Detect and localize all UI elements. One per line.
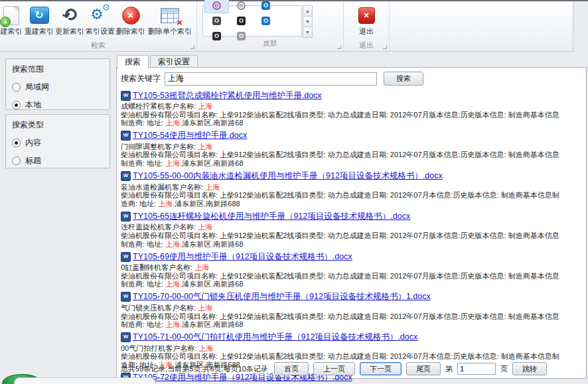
result-description-line: 装油水道检漏机客户名称: 上海	[121, 183, 583, 192]
search-result-item: WTY105-53摇臂总成螺栓拧紧机使用与维护手册.docx成螺栓拧紧机客户名称…	[121, 90, 583, 127]
jump-button[interactable]: 跳转	[512, 362, 547, 375]
next-page-button[interactable]: 下一页	[360, 362, 402, 375]
result-description-line: 00气门拍打机客户名称: 上海	[121, 344, 583, 353]
radio-content[interactable]: 内容	[12, 137, 104, 149]
prev-page-button[interactable]: 上一页	[313, 362, 355, 375]
pagination-bar: 总共59条记录,当前第5页,共6页,每页10条记录 首页 上一页 下一页 尾页 …	[121, 362, 547, 375]
search-type-title: 搜索类型	[12, 119, 104, 131]
search-result-item: WTY105-70-00-00气门锁夹压机使用与维护手册（912项目设备技术规格…	[121, 292, 583, 329]
search-row: 搜索关键字 搜索	[121, 72, 583, 86]
result-link[interactable]: TY105-65连杆螺栓旋松机使用与维护手册（912项目设备技术规格书）.doc…	[133, 211, 410, 222]
taskbar-white-shape	[14, 377, 156, 384]
skin-blue-office[interactable]: O	[254, 13, 278, 29]
result-description-line: 柴油机股份有限公司项目名称: 上柴912柴油机装配2线项目类型: 动力总成建造日…	[121, 312, 583, 321]
tab-index-settings[interactable]: 索引设置	[150, 55, 198, 68]
skin-gallery-box: DDOOOOOO	[202, 5, 302, 36]
keyword-highlight: 上海	[165, 320, 180, 328]
group-label-index: 检索	[1, 40, 195, 51]
keyword-highlight: 上海	[165, 159, 180, 167]
index-buttons: + 建索引 ↻ 重建索引 ⟲ 更新索引 ⚙⚙ 索引设置 × 删除索引	[1, 2, 195, 40]
sidebar: 搜索范围 局域网 本地 搜索类型 内容 标题	[5, 58, 110, 172]
rebuild-index-button[interactable]: ↻ 重建索引	[24, 2, 54, 36]
search-input[interactable]	[165, 72, 377, 86]
skin-thumbnail-icon: O	[237, 17, 246, 25]
index-settings-button[interactable]: ⚙⚙ 索引设置	[85, 2, 115, 36]
result-description-line: 柴油机股份有限公司项目名称: 上柴912柴油机装配2线项目类型: 动力总成建造日…	[121, 111, 583, 119]
update-index-button[interactable]: ⟲ 更新索引	[54, 2, 85, 36]
word-doc-icon: W	[121, 131, 131, 141]
gallery-down-arrow[interactable]: ▼	[303, 17, 313, 27]
delete-single-index-icon: ×	[161, 3, 179, 27]
ribbon-group-index: + 建索引 ↻ 重建索引 ⟲ 更新索引 ⚙⚙ 索引设置 × 删除索引	[0, 1, 197, 51]
tab-search[interactable]: 搜索	[117, 55, 149, 69]
group-corner-mark	[383, 45, 387, 49]
page-number-input[interactable]	[457, 363, 496, 375]
delete-index-button[interactable]: × 删除索引	[115, 2, 146, 36]
last-page-button[interactable]: 尾页	[406, 362, 441, 375]
search-button[interactable]: 搜索	[384, 72, 423, 86]
ribbon: + 建索引 ↻ 重建索引 ⟲ 更新索引 ⚙⚙ 索引设置 × 删除索引	[0, 1, 573, 52]
result-link[interactable]: TY105-69使用与维护手册（912项目设备技术规格书）.docx	[133, 251, 352, 263]
delete-single-index-button[interactable]: × 删除单个索引	[146, 2, 194, 36]
keyword-highlight: 上海	[194, 263, 209, 271]
keyword-highlight: 上海	[198, 344, 213, 352]
update-index-icon: ⟲	[62, 3, 78, 27]
radio-circle	[12, 157, 21, 165]
gallery-up-arrow[interactable]: ▲	[303, 5, 313, 17]
group-corner-mark	[337, 45, 341, 49]
gallery-more-arrow[interactable]: ▼	[303, 27, 313, 38]
search-type-group: 搜索类型 内容 标题	[5, 114, 110, 168]
keyword-highlight: 上海	[198, 143, 212, 151]
radio-lan[interactable]: 局域网	[12, 82, 104, 93]
rebuild-index-icon: ↻	[30, 3, 49, 27]
skin-blue-clock[interactable]: O	[254, 0, 278, 13]
delete-index-icon: ×	[122, 3, 140, 27]
search-scope-title: 搜索范围	[12, 64, 104, 75]
keyword-highlight: 上海	[198, 304, 212, 312]
radio-circle-selected	[12, 101, 21, 109]
group-corner-mark	[190, 45, 194, 49]
exit-icon: ×	[358, 3, 375, 27]
result-description-line: 0缸盖翻转机客户名称: 上海	[121, 263, 583, 272]
skin-thumbnail-icon: O	[261, 17, 270, 25]
page-suffix-label: 页	[500, 364, 508, 374]
record-summary: 总共59条记录,当前第5页,共6页,每页10条记录	[121, 364, 268, 374]
exit-button[interactable]: × 退出	[351, 2, 382, 36]
search-scope-group: 搜索范围 局域网 本地	[5, 58, 110, 110]
skin-gray-ring[interactable]: D	[229, 0, 254, 13]
gears-icon: ⚙⚙	[90, 3, 110, 27]
keyword-highlight: 上海	[205, 183, 220, 191]
skin-black-clock[interactable]: O	[229, 13, 254, 29]
radio-title[interactable]: 标题	[12, 155, 104, 166]
result-link[interactable]: TY105-55-00-00内装油水道检漏机使用与维护手册（912项目设备技术规…	[133, 170, 443, 182]
search-result-item: WTY105-54使用与维护手册.docx门间隙调整机客户名称: 上海柴油机股份…	[121, 131, 583, 168]
skin-thumbnail-icon: D	[212, 1, 221, 10]
keyword-highlight: 上海	[198, 102, 212, 110]
result-description-line: 制造商: 地址: 上海.浦东新区.南新路68	[121, 159, 583, 168]
group-label-skin: 皮肤	[198, 38, 342, 49]
result-description-line: 柴油机股份有限公司项目名称: 上柴912柴油机装配2线项目类型: 动力总成建造日…	[121, 191, 583, 200]
word-doc-icon: W	[121, 252, 131, 262]
word-doc-icon: W	[121, 91, 131, 101]
result-description-line: 柴油机股份有限公司项目名称: 上柴912柴油机装配2线项目类型: 动力总成建造日…	[121, 352, 583, 361]
first-page-button[interactable]: 首页	[274, 362, 309, 375]
result-description-line: 柴油机股份有限公司项目名称: 上柴912柴油机装配2线项目类型: 动力总成建造日…	[121, 272, 583, 281]
keyword-highlight: 上海	[165, 119, 180, 127]
radio-local[interactable]: 本地	[12, 99, 104, 111]
result-link[interactable]: TY105-54使用与维护手册.docx	[133, 130, 247, 141]
result-link[interactable]: TY105-71-00-00气门拍打机使用与维护手册（912项目设备技术规格书）…	[133, 332, 417, 343]
skin-gallery: DDOOOOOO ▲ ▼ ▼	[202, 5, 339, 38]
skin-purple-ring[interactable]: D	[204, 0, 229, 13]
search-keyword-label: 搜索关键字	[121, 73, 161, 84]
radio-circle	[12, 83, 21, 92]
result-link[interactable]: TY105-53摇臂总成螺栓拧紧机使用与维护手册.docx	[133, 90, 322, 101]
search-panel: 搜索关键字 搜索 WTY105-53摇臂总成螺栓拧紧机使用与维护手册.docx成…	[116, 67, 587, 379]
create-index-button[interactable]: + 建索引	[0, 2, 24, 36]
result-link[interactable]: TY105-70-00-00气门锁夹压机使用与维护手册（912项目设备技术规格书…	[133, 291, 431, 302]
keyword-highlight: 上海	[158, 200, 173, 208]
skin-thumbnail-icon: O	[212, 17, 221, 25]
skin-thumbnail-icon: O	[261, 1, 270, 10]
skin-thumbnail-icon: D	[237, 1, 246, 10]
result-description-line: 制造商: 地址: 上海.浦东新区.南新路68	[121, 320, 583, 329]
skin-dark-clock-outline[interactable]: O	[204, 13, 229, 29]
